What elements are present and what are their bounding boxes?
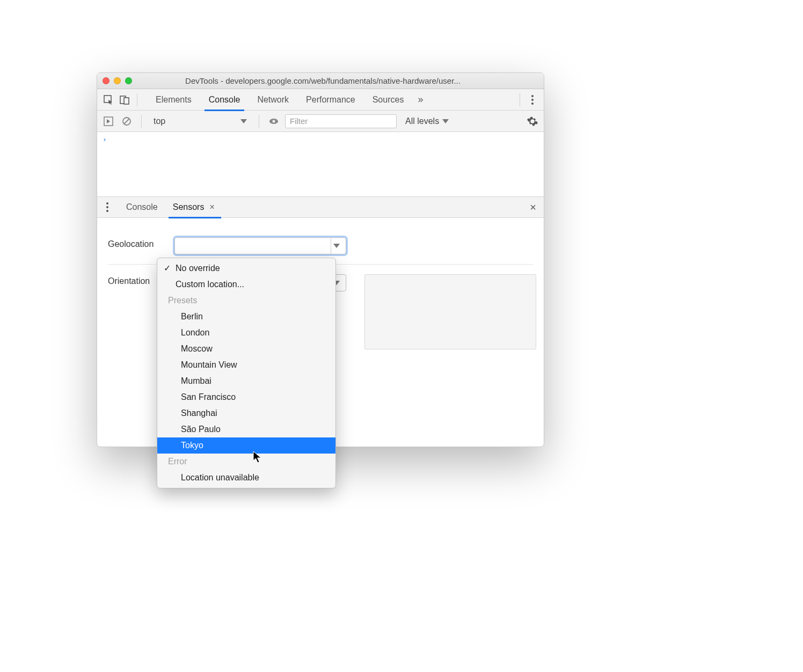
context-value: top [154, 116, 165, 126]
drawer-more-icon[interactable] [100, 200, 114, 214]
device-toolbar-icon[interactable] [118, 93, 132, 107]
geolocation-label: Geolocation [108, 237, 167, 249]
drawer-tabs: Console Sensors × × [97, 196, 544, 218]
separator [520, 93, 520, 106]
console-prompt: › [103, 135, 107, 143]
panel-tabs: Elements Console Network Performance Sou… [147, 89, 514, 111]
separator [259, 115, 259, 128]
drawer-tab-sensors[interactable]: Sensors × [165, 196, 224, 218]
dropdown-item-berlin[interactable]: Berlin [157, 309, 335, 325]
close-window-button[interactable] [103, 77, 110, 84]
clear-console-icon[interactable] [120, 114, 134, 128]
console-body[interactable]: › [97, 132, 544, 196]
main-toolbar: Elements Console Network Performance Sou… [97, 89, 544, 111]
context-selector[interactable]: top [149, 115, 251, 127]
more-options-icon[interactable] [525, 93, 539, 107]
filter-input[interactable] [285, 114, 397, 128]
minimize-window-button[interactable] [114, 77, 121, 84]
tab-elements[interactable]: Elements [147, 89, 200, 111]
svg-point-7 [273, 120, 275, 122]
console-toolbar: top All levels [97, 111, 544, 132]
close-drawer-icon[interactable]: × [525, 201, 541, 214]
log-levels-selector[interactable]: All levels [405, 116, 449, 126]
svg-line-5 [125, 119, 129, 123]
dropdown-item-mountain-view[interactable]: Mountain View [157, 357, 335, 373]
tab-sources[interactable]: Sources [364, 89, 413, 111]
dropdown-group-error: Error [157, 454, 335, 470]
dropdown-item-sao-paulo[interactable]: São Paulo [157, 421, 335, 437]
window-titlebar: DevTools - developers.google.com/web/fun… [97, 73, 544, 89]
cursor-icon [253, 451, 262, 464]
svg-rect-2 [124, 98, 129, 104]
separator [137, 93, 137, 106]
dropdown-item-san-francisco[interactable]: San Francisco [157, 389, 335, 405]
caret-down-icon [333, 244, 340, 248]
execute-icon[interactable] [101, 114, 115, 128]
geolocation-dropdown[interactable]: No override Custom location... Presets B… [157, 258, 336, 488]
window-title: DevTools - developers.google.com/web/fun… [138, 76, 538, 85]
live-expression-icon[interactable] [267, 114, 281, 128]
traffic-lights [103, 77, 132, 84]
tab-performance[interactable]: Performance [297, 89, 364, 111]
separator [141, 115, 142, 128]
inspect-element-icon[interactable] [101, 93, 115, 107]
dropdown-item-custom-location[interactable]: Custom location... [157, 276, 335, 293]
tabs-overflow-icon[interactable]: » [412, 94, 428, 105]
orientation-preview [364, 274, 536, 349]
dropdown-item-shanghai[interactable]: Shanghai [157, 405, 335, 421]
caret-down-icon [442, 119, 449, 123]
drawer-tab-console[interactable]: Console [119, 196, 165, 218]
dropdown-item-mumbai[interactable]: Mumbai [157, 373, 335, 389]
console-settings-icon[interactable] [525, 114, 539, 128]
dropdown-item-location-unavailable[interactable]: Location unavailable [157, 470, 335, 486]
dropdown-group-presets: Presets [157, 293, 335, 309]
tab-console[interactable]: Console [200, 89, 249, 111]
drawer-tab-label: Sensors [173, 202, 205, 212]
dropdown-item-tokyo[interactable]: Tokyo [157, 437, 335, 454]
dropdown-item-london[interactable]: London [157, 325, 335, 341]
log-levels-label: All levels [405, 116, 439, 126]
caret-down-icon [240, 119, 247, 123]
dropdown-item-no-override[interactable]: No override [157, 260, 335, 276]
drawer-tab-label: Console [126, 202, 158, 212]
dropdown-item-moscow[interactable]: Moscow [157, 341, 335, 357]
tab-network[interactable]: Network [249, 89, 297, 111]
maximize-window-button[interactable] [125, 77, 132, 84]
close-tab-icon[interactable]: × [207, 202, 216, 212]
geolocation-select[interactable] [174, 237, 346, 254]
